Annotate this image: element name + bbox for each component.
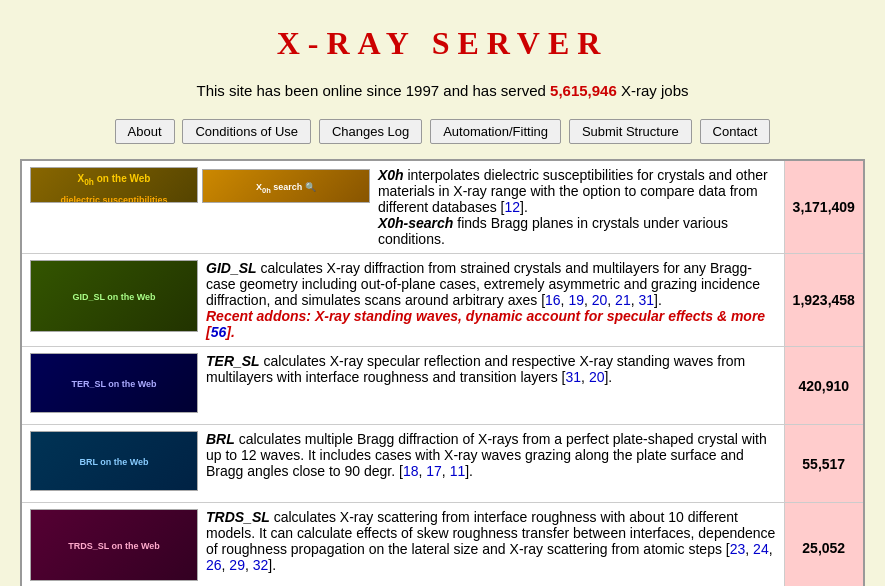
x0h-content: X0h on the Web dielectric susceptibiliti… (30, 167, 776, 247)
trds-tool-cell: TRDS_SL on the Web TRDS_SL calculates X-… (21, 503, 784, 587)
gid-ref-16[interactable]: 16 (545, 292, 561, 308)
trds-ref-26[interactable]: 26 (206, 557, 222, 573)
brl-name: BRL (206, 431, 235, 447)
gid-images: GID_SL on the Web (30, 260, 198, 337)
x0h-count: 3,171,409 (784, 160, 864, 254)
gid-ref-20[interactable]: 20 (592, 292, 608, 308)
gid-ref-31[interactable]: 31 (638, 292, 654, 308)
trds-ref-32[interactable]: 32 (253, 557, 269, 573)
about-button[interactable]: About (115, 119, 175, 144)
ter-content: TER_SL on the Web TER_SL calculates X-ra… (30, 353, 776, 418)
gid-addon: Recent addons: X-ray standing waves, dyn… (206, 308, 765, 340)
gid-ref-19[interactable]: 19 (568, 292, 584, 308)
submit-button[interactable]: Submit Structure (569, 119, 692, 144)
table-row: GID_SL on the Web GID_SL calculates X-ra… (21, 254, 864, 347)
trds-ref-23[interactable]: 23 (730, 541, 746, 557)
brl-count: 55,517 (784, 425, 864, 503)
gid-count: 1,923,458 (784, 254, 864, 347)
table-row: BRL on the Web BRL calculates multiple B… (21, 425, 864, 503)
job-count: 5,615,946 (550, 82, 617, 99)
x0h-search-name: X0h-search (378, 215, 453, 231)
trds-images: TRDS_SL on the Web (30, 509, 198, 586)
table-row: TER_SL on the Web TER_SL calculates X-ra… (21, 347, 864, 425)
contact-button[interactable]: Contact (700, 119, 771, 144)
ter-text: TER_SL calculates X-ray specular reflect… (206, 353, 776, 385)
trds-count: 25,052 (784, 503, 864, 587)
trds-ref-24[interactable]: 24 (753, 541, 769, 557)
x0h-image: X0h on the Web dielectric susceptibiliti… (30, 167, 198, 203)
ter-image: TER_SL on the Web (30, 353, 198, 413)
changes-log-button[interactable]: Changes Log (319, 119, 422, 144)
gid-ref-21[interactable]: 21 (615, 292, 631, 308)
x0h-text: X0h interpolates dielectric susceptibili… (378, 167, 776, 247)
trds-ref-29[interactable]: 29 (229, 557, 245, 573)
ter-images: TER_SL on the Web (30, 353, 198, 418)
gid-text: GID_SL calculates X-ray diffraction from… (206, 260, 776, 340)
trds-content: TRDS_SL on the Web TRDS_SL calculates X-… (30, 509, 776, 586)
gid-tool-cell: GID_SL on the Web GID_SL calculates X-ra… (21, 254, 784, 347)
trds-image: TRDS_SL on the Web (30, 509, 198, 581)
ter-name: TER_SL (206, 353, 260, 369)
tagline: This site has been online since 1997 and… (20, 82, 865, 99)
brl-images: BRL on the Web (30, 431, 198, 496)
x0h-ref-12[interactable]: 12 (505, 199, 521, 215)
brl-ref-18[interactable]: 18 (403, 463, 419, 479)
brl-ref-17[interactable]: 17 (426, 463, 442, 479)
ter-ref-31[interactable]: 31 (566, 369, 582, 385)
x0h-search-image: X0h search 🔍 (202, 169, 370, 203)
brl-text: BRL calculates multiple Bragg diffractio… (206, 431, 776, 479)
gid-image: GID_SL on the Web (30, 260, 198, 332)
automation-button[interactable]: Automation/Fitting (430, 119, 561, 144)
ter-count: 420,910 (784, 347, 864, 425)
brl-content: BRL on the Web BRL calculates multiple B… (30, 431, 776, 496)
gid-name: GID_SL (206, 260, 257, 276)
brl-ref-11[interactable]: 11 (450, 463, 466, 479)
x0h-images: X0h on the Web dielectric susceptibiliti… (30, 167, 370, 208)
brl-image: BRL on the Web (30, 431, 198, 491)
table-row: X0h on the Web dielectric susceptibiliti… (21, 160, 864, 254)
site-title: X-RAY SERVER (20, 25, 865, 62)
table-row: TRDS_SL on the Web TRDS_SL calculates X-… (21, 503, 864, 587)
ter-ref-20[interactable]: 20 (589, 369, 605, 385)
ter-tool-cell: TER_SL on the Web TER_SL calculates X-ra… (21, 347, 784, 425)
brl-tool-cell: BRL on the Web BRL calculates multiple B… (21, 425, 784, 503)
navigation: About Conditions of Use Changes Log Auto… (20, 119, 865, 144)
trds-text: TRDS_SL calculates X-ray scattering from… (206, 509, 776, 573)
tools-table: X0h on the Web dielectric susceptibiliti… (20, 159, 865, 586)
gid-content: GID_SL on the Web GID_SL calculates X-ra… (30, 260, 776, 340)
trds-name: TRDS_SL (206, 509, 270, 525)
x0h-tool-cell: X0h on the Web dielectric susceptibiliti… (21, 160, 784, 254)
conditions-button[interactable]: Conditions of Use (182, 119, 311, 144)
x0h-name: X0h (378, 167, 404, 183)
gid-ref-56[interactable]: 56 (211, 324, 227, 340)
